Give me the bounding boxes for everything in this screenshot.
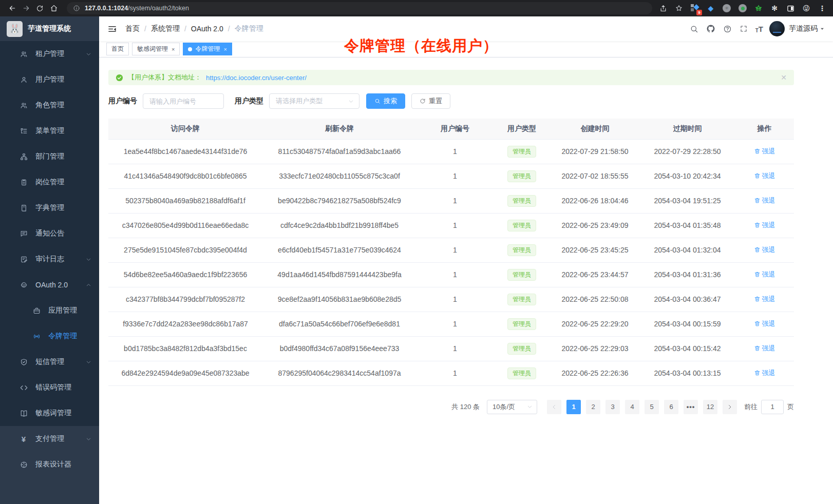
force-logout-button[interactable]: 强退: [754, 270, 775, 279]
tag-assistant-icon[interactable]: 9: [690, 4, 699, 13]
created-time-cell: 2022-06-26 18:04:46: [550, 188, 640, 213]
side-panel-icon[interactable]: [786, 4, 795, 13]
sidebar-item-dict[interactable]: 字典管理: [0, 195, 99, 221]
sidebar-item-label: 菜单管理: [35, 126, 64, 135]
more-pages-button[interactable]: •••: [684, 400, 698, 414]
page-button-1[interactable]: 1: [566, 400, 581, 414]
page-button-6[interactable]: 6: [664, 400, 678, 414]
sidebar-item-audit-log[interactable]: 审计日志: [0, 246, 99, 272]
table-row: 1ea5e44f8bc1467aaede43144f31de76811c5304…: [108, 139, 794, 164]
github-icon[interactable]: [706, 24, 715, 33]
sidebar-item-menu[interactable]: 菜单管理: [0, 118, 99, 144]
table-row: 502375b8040a469a9b82188afdf6af1fbe90422b…: [108, 188, 794, 213]
tab-令牌管理[interactable]: 令牌管理×: [183, 43, 232, 55]
force-logout-label: 强退: [762, 245, 775, 255]
green-star-icon[interactable]: [754, 4, 763, 13]
sidebar-item-post[interactable]: 岗位管理: [0, 169, 99, 195]
sensitive-icon: [20, 410, 28, 417]
user-type-select[interactable]: 请选择用户类型: [269, 93, 359, 109]
sidebar-item-pay[interactable]: ¥支付管理: [0, 426, 99, 452]
browser-reload-icon[interactable]: [33, 2, 47, 15]
record-circle-icon[interactable]: [738, 4, 747, 13]
doc-link[interactable]: https://doc.iocoder.cn/user-center/: [206, 74, 307, 82]
reset-button[interactable]: 重置: [411, 93, 450, 109]
browser-ext-icons: 9◆✳✻😜⋮: [658, 4, 828, 13]
force-logout-button[interactable]: 强退: [754, 369, 775, 378]
force-logout-button[interactable]: 强退: [754, 344, 775, 353]
page-button-5[interactable]: 5: [645, 400, 659, 414]
sidebar-item-sensitive-word[interactable]: 敏感词管理: [0, 400, 99, 426]
font-size-icon[interactable]: TT: [755, 25, 763, 33]
user-id-input[interactable]: [143, 93, 224, 109]
sidebar-item-sms[interactable]: 短信管理: [0, 349, 99, 375]
site-info-icon[interactable]: [73, 5, 80, 12]
sidebar-item-oauth2-token[interactable]: 令牌管理: [0, 323, 99, 349]
address-bar[interactable]: 127.0.0.1:1024/system/oauth2/token: [67, 2, 652, 14]
goto-page-input[interactable]: [761, 400, 784, 414]
force-logout-button[interactable]: 强退: [754, 295, 775, 304]
pay-icon: ¥: [20, 435, 28, 443]
force-logout-button[interactable]: 强退: [754, 245, 775, 255]
close-icon[interactable]: ×: [172, 46, 175, 52]
breadcrumb-item[interactable]: OAuth 2.0: [191, 25, 223, 33]
bookmark-star-icon[interactable]: [674, 4, 684, 13]
username[interactable]: 芋道源码: [789, 24, 818, 33]
access-token-cell: 275e5de9151045fe87cbdc395e004f4d: [108, 238, 262, 262]
page-button-2[interactable]: 2: [586, 400, 600, 414]
emoji-icon[interactable]: 😜: [802, 4, 811, 13]
refresh-token-cell: be90422b8c7946218275a508bf524fc9: [262, 188, 416, 213]
sidebar-item-user[interactable]: 用户管理: [0, 67, 99, 92]
sms-icon: [20, 358, 28, 366]
table-row: b0d1785bc3a8482f812db4a3f3bd15ecb0df4980…: [108, 336, 794, 361]
expire-time-cell: 2054-03-04 00:13:15: [640, 361, 735, 385]
force-logout-button[interactable]: 强退: [754, 319, 775, 328]
post-icon: [20, 179, 28, 186]
force-logout-button[interactable]: 强退: [754, 147, 775, 156]
close-icon[interactable]: ×: [223, 46, 226, 52]
sidebar-item-tenant[interactable]: 租户管理: [0, 41, 99, 67]
breadcrumb-item[interactable]: 系统管理: [151, 24, 180, 33]
force-logout-button[interactable]: 强退: [754, 171, 775, 181]
tab-敏感词管理[interactable]: 敏感词管理×: [132, 43, 180, 55]
prev-page-button[interactable]: [547, 400, 561, 414]
hamburger-icon[interactable]: [107, 24, 117, 34]
fullscreen-icon[interactable]: [740, 25, 748, 33]
avatar[interactable]: [769, 21, 785, 36]
kebab-menu-icon[interactable]: ⋮: [818, 4, 827, 13]
alert-close-icon[interactable]: ✕: [781, 73, 787, 82]
share-icon[interactable]: [658, 4, 668, 13]
sidebar-item-role[interactable]: 角色管理: [0, 92, 99, 118]
browser-home-icon[interactable]: [47, 2, 61, 15]
search-button[interactable]: 搜索: [366, 93, 405, 109]
refresh-token-cell: 9ce8ef2aa9f14056b831ae9b608e28d5: [262, 287, 416, 312]
sidebar-item-report-designer[interactable]: 报表设计器: [0, 452, 99, 477]
doc-alert: 【用户体系】文档地址： https://doc.iocoder.cn/user-…: [108, 70, 794, 85]
check-circle-icon: [116, 74, 123, 82]
app-logo-row[interactable]: 🐰 芋道管理系统: [0, 16, 99, 41]
page-button-3[interactable]: 3: [605, 400, 620, 414]
tab-首页[interactable]: 首页: [106, 43, 129, 55]
sidebar-item-dept[interactable]: 部门管理: [0, 144, 99, 169]
next-page-button[interactable]: [723, 400, 737, 414]
sidebar-item-oauth2-application[interactable]: 应用管理: [0, 298, 99, 323]
breadcrumb-item[interactable]: 首页: [125, 24, 140, 33]
help-icon[interactable]: [723, 25, 732, 33]
chevron-down-icon: [348, 99, 354, 104]
page-size-select[interactable]: 10条/页: [487, 400, 537, 414]
force-logout-button[interactable]: 强退: [754, 196, 775, 205]
search-icon[interactable]: [690, 25, 698, 33]
sidebar-item-oauth2[interactable]: OAuth 2.0: [0, 272, 99, 298]
page-button-12[interactable]: 12: [703, 400, 717, 414]
sidebar-item-notice[interactable]: 通知公告: [0, 221, 99, 246]
page-button-4[interactable]: 4: [625, 400, 639, 414]
gem-icon[interactable]: ◆: [706, 4, 715, 13]
sidebar-item-error-code[interactable]: 错误码管理: [0, 375, 99, 400]
browser-back-icon[interactable]: [5, 2, 19, 15]
browser-forward-icon[interactable]: [19, 2, 33, 15]
sidebar-item-label: 字典管理: [35, 203, 64, 212]
meet-icon[interactable]: ✳: [722, 4, 731, 13]
sidebar-item-label: 短信管理: [35, 357, 64, 366]
caret-down-icon[interactable]: [820, 26, 825, 31]
pinwheel-icon[interactable]: ✻: [770, 4, 779, 13]
force-logout-button[interactable]: 强退: [754, 221, 775, 230]
